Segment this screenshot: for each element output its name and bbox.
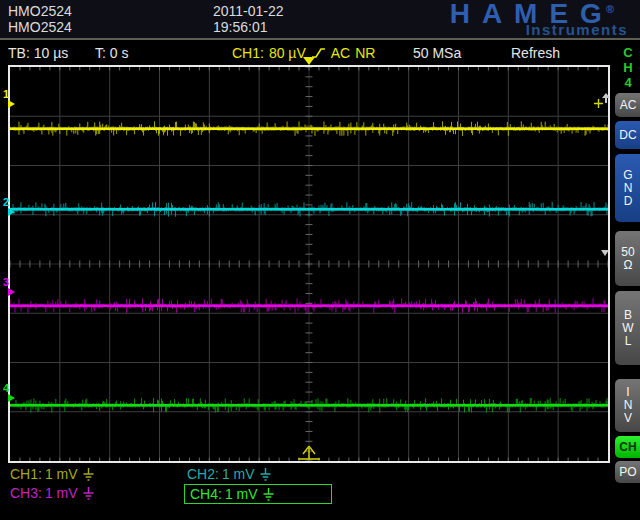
side-menu-channel-indicator: CH4: [620, 45, 636, 90]
trigger-position-marker-icon[interactable]: [303, 57, 315, 65]
channel-label-ch4[interactable]: CH4:1 mV: [184, 484, 332, 504]
trigger-level: 80 µV: [269, 45, 306, 61]
header: HMO2524 HMO2524 2011-01-22 19:56:01 HAME…: [0, 0, 640, 38]
channel-2-position-marker[interactable]: 2: [3, 197, 19, 216]
channel-name: CH2:: [187, 466, 219, 482]
ground-icon: [83, 487, 94, 500]
model-name-line2: HMO2524: [8, 19, 72, 35]
channel-1-position-marker[interactable]: 1: [3, 89, 19, 108]
channel-name: CH1:: [10, 466, 42, 482]
trigger-filter: NR: [355, 45, 375, 61]
trigger-time-readout: T: 0 s: [95, 45, 128, 61]
channel-label-ch3[interactable]: CH3:1 mV: [10, 485, 94, 501]
model-name-line1: HMO2524: [8, 3, 72, 19]
channel-scale: 1 mV: [225, 486, 258, 502]
right-arrow-icon: [8, 208, 15, 216]
status-bar: TB: 10 µs T: 0 s CH1:80 µV ACNR 50 MSa R…: [0, 40, 640, 65]
channel-name: CH3:: [10, 485, 42, 501]
acquisition-mode: Refresh: [511, 45, 560, 61]
side-button-ac[interactable]: AC: [615, 93, 640, 117]
right-arrow-icon: [8, 288, 15, 296]
oscilloscope-screen: HMO2524 HMO2524 2011-01-22 19:56:01 HAME…: [0, 0, 640, 520]
side-button-fifty-ohm[interactable]: 50Ω: [615, 231, 640, 286]
channel-label-ch2[interactable]: CH2:1 mV: [187, 466, 271, 482]
side-button-ch[interactable]: CH: [615, 436, 640, 458]
waveform-display: [8, 65, 610, 463]
right-edge-down-marker-icon: [601, 250, 609, 256]
ground-icon: [263, 488, 274, 501]
channel-scale: 1 mV: [45, 485, 78, 501]
timebase-readout: TB: 10 µs: [8, 45, 68, 61]
waveform-canvas: [10, 67, 608, 461]
trigger-coupling: AC: [331, 45, 350, 61]
side-button-gnd[interactable]: GND: [615, 154, 640, 222]
channel-4-position-marker[interactable]: 4: [3, 383, 19, 402]
time: 19:56:01: [213, 19, 268, 35]
date: 2011-01-22: [213, 3, 284, 19]
channel-scale: 1 mV: [222, 466, 255, 482]
channel-label-ch1[interactable]: CH1:1 mV: [10, 466, 94, 482]
side-button-inv[interactable]: INV: [615, 379, 640, 432]
registered-mark: ®: [606, 3, 614, 15]
trigger-source: CH1:: [232, 45, 264, 61]
ground-icon: [83, 468, 94, 481]
side-button-dc[interactable]: DC: [615, 121, 640, 149]
brand-subtitle: Instruments: [526, 21, 628, 38]
channel-name: CH4:: [190, 486, 222, 502]
channel-scale: 1 mV: [45, 466, 78, 482]
ground-icon: [260, 468, 271, 481]
side-button-po[interactable]: PO: [615, 461, 640, 483]
right-arrow-icon: [8, 100, 15, 108]
right-edge-up-marker-icon: [601, 93, 611, 103]
side-button-bwl[interactable]: BWL: [615, 291, 640, 365]
sample-rate: 50 MSa: [413, 45, 461, 61]
channel-3-position-marker[interactable]: 3: [3, 277, 19, 296]
right-arrow-icon: [8, 394, 15, 402]
